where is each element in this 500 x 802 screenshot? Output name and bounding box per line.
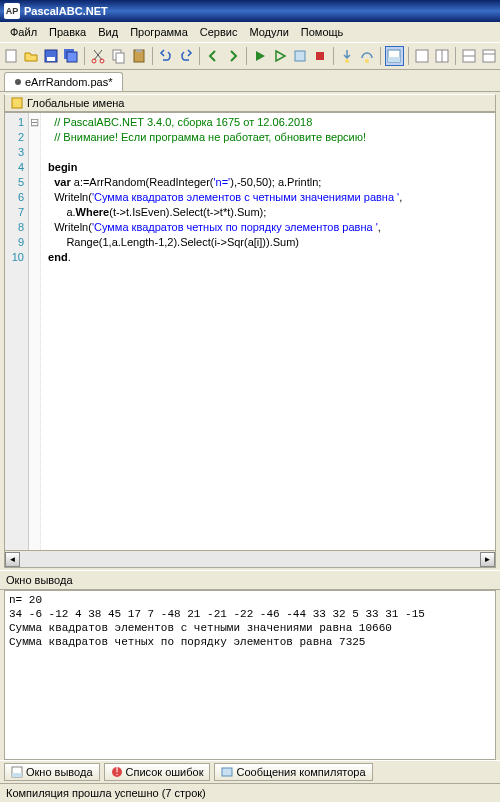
scroll-left-icon[interactable]: ◄ bbox=[5, 552, 20, 567]
toolbar-separator bbox=[199, 47, 200, 65]
status-text: Компиляция прошла успешно (7 строк) bbox=[6, 787, 206, 799]
tab-output-label: Окно вывода bbox=[26, 766, 93, 778]
toolbar-separator bbox=[152, 47, 153, 65]
toolbar bbox=[0, 42, 500, 70]
toolbar-separator bbox=[246, 47, 247, 65]
step-into-icon[interactable] bbox=[338, 46, 356, 66]
line-gutter: 12345678910 bbox=[5, 113, 29, 550]
scroll-right-icon[interactable]: ► bbox=[480, 552, 495, 567]
nav-back-icon[interactable] bbox=[204, 46, 222, 66]
output-window-toggle-icon[interactable] bbox=[385, 46, 403, 66]
window-title: PascalABC.NET bbox=[24, 5, 108, 17]
horizontal-scrollbar[interactable]: ◄ ► bbox=[4, 551, 496, 568]
menu-help[interactable]: Помощь bbox=[295, 24, 350, 40]
toolbar-separator bbox=[455, 47, 456, 65]
svg-rect-24 bbox=[12, 98, 22, 108]
app-icon: AP bbox=[4, 3, 20, 19]
svg-rect-16 bbox=[388, 57, 400, 62]
paste-icon[interactable] bbox=[130, 46, 148, 66]
output-panel[interactable]: n= 20 34 -6 -12 4 38 45 17 7 -48 21 -21 … bbox=[4, 590, 496, 760]
bottom-tab-bar: Окно вывода ! Список ошибок Сообщения ко… bbox=[0, 760, 500, 783]
tab-modified-icon bbox=[15, 79, 21, 85]
file-tab-bar: eArrRandom.pas* bbox=[0, 70, 500, 92]
svg-rect-11 bbox=[295, 51, 305, 61]
svg-rect-4 bbox=[67, 52, 77, 62]
toolbar-separator bbox=[84, 47, 85, 65]
menu-modules[interactable]: Модули bbox=[243, 24, 294, 40]
run-no-debug-icon[interactable] bbox=[271, 46, 289, 66]
svg-rect-10 bbox=[136, 49, 142, 52]
panel-2-icon[interactable] bbox=[433, 46, 451, 66]
save-all-icon[interactable] bbox=[62, 46, 80, 66]
globals-dropdown[interactable]: Глобальные имена bbox=[4, 94, 496, 112]
open-file-icon[interactable] bbox=[22, 46, 40, 66]
svg-text:!: ! bbox=[115, 766, 118, 777]
svg-rect-17 bbox=[416, 50, 428, 62]
svg-rect-26 bbox=[12, 773, 22, 777]
file-tab-label: eArrRandom.pas* bbox=[25, 76, 112, 88]
tab-compiler-label: Сообщения компилятора bbox=[236, 766, 365, 778]
output-icon bbox=[11, 766, 23, 778]
svg-rect-29 bbox=[222, 768, 232, 776]
run-icon[interactable] bbox=[251, 46, 269, 66]
svg-rect-2 bbox=[47, 57, 55, 61]
svg-rect-8 bbox=[116, 53, 124, 63]
svg-point-14 bbox=[365, 59, 369, 63]
compiler-msg-icon bbox=[221, 766, 233, 778]
stop-icon[interactable] bbox=[311, 46, 329, 66]
status-bar: Компиляция прошла успешно (7 строк) bbox=[0, 783, 500, 802]
menu-service[interactable]: Сервис bbox=[194, 24, 244, 40]
output-panel-title: Окно вывода bbox=[6, 574, 73, 586]
error-list-icon: ! bbox=[111, 766, 123, 778]
fold-column[interactable]: ⊟ bbox=[29, 113, 41, 550]
cut-icon[interactable] bbox=[89, 46, 107, 66]
menu-file[interactable]: Файл bbox=[4, 24, 43, 40]
panel-4-icon[interactable] bbox=[480, 46, 498, 66]
tab-output-window[interactable]: Окно вывода bbox=[4, 763, 100, 781]
svg-rect-12 bbox=[316, 52, 324, 60]
code-area[interactable]: // PascalABC.NET 3.4.0, сборка 1675 от 1… bbox=[41, 113, 495, 550]
redo-icon[interactable] bbox=[177, 46, 195, 66]
step-over-icon[interactable] bbox=[358, 46, 376, 66]
panel-3-icon[interactable] bbox=[460, 46, 478, 66]
menu-view[interactable]: Вид bbox=[92, 24, 124, 40]
menu-edit[interactable]: Правка bbox=[43, 24, 92, 40]
svg-point-13 bbox=[345, 59, 349, 63]
globals-label: Глобальные имена bbox=[27, 97, 125, 109]
toolbar-separator bbox=[333, 47, 334, 65]
panel-1-icon[interactable] bbox=[413, 46, 431, 66]
compile-icon[interactable] bbox=[291, 46, 309, 66]
title-bar: AP PascalABC.NET bbox=[0, 0, 500, 22]
globals-icon bbox=[11, 97, 23, 109]
nav-forward-icon[interactable] bbox=[224, 46, 242, 66]
tab-error-label: Список ошибок bbox=[126, 766, 204, 778]
menu-program[interactable]: Программа bbox=[124, 24, 194, 40]
save-icon[interactable] bbox=[42, 46, 60, 66]
menu-bar: Файл Правка Вид Программа Сервис Модули … bbox=[0, 22, 500, 42]
svg-rect-0 bbox=[6, 50, 16, 62]
toolbar-separator bbox=[408, 47, 409, 65]
svg-rect-22 bbox=[483, 50, 495, 62]
tab-compiler-messages[interactable]: Сообщения компилятора bbox=[214, 763, 372, 781]
code-editor[interactable]: 12345678910 ⊟ // PascalABC.NET 3.4.0, сб… bbox=[4, 112, 496, 551]
undo-icon[interactable] bbox=[157, 46, 175, 66]
toolbar-separator bbox=[380, 47, 381, 65]
output-panel-header: Окно вывода bbox=[0, 570, 500, 590]
file-tab[interactable]: eArrRandom.pas* bbox=[4, 72, 123, 91]
copy-icon[interactable] bbox=[109, 46, 127, 66]
tab-error-list[interactable]: ! Список ошибок bbox=[104, 763, 211, 781]
new-file-icon[interactable] bbox=[2, 46, 20, 66]
scroll-track[interactable] bbox=[20, 552, 480, 567]
